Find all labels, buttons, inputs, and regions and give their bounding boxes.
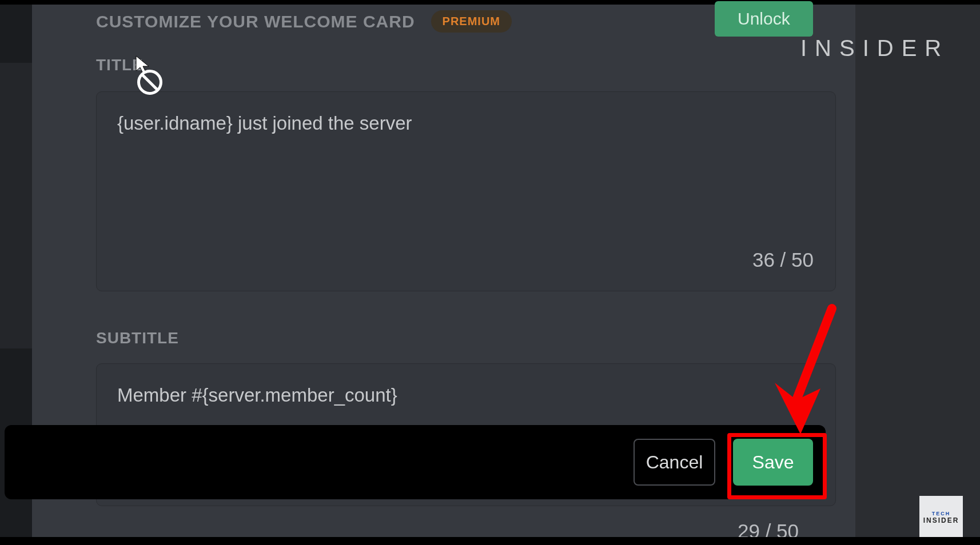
title-label: Title bbox=[96, 56, 144, 74]
save-changes-bar: Cancel Save bbox=[5, 425, 826, 499]
right-pad bbox=[855, 5, 980, 538]
title-input-text: {user.idname} just joined the server bbox=[117, 113, 412, 134]
app-stage: Customize your welcome card Premium Unlo… bbox=[0, 0, 980, 545]
subtitle-input-text: Member #{server.member_count} bbox=[117, 384, 397, 406]
unlock-button[interactable]: Unlock bbox=[715, 1, 813, 37]
logo-line2: INSIDER bbox=[923, 516, 959, 524]
logo-line1: TECH bbox=[932, 511, 951, 516]
panel-title: Customize your welcome card bbox=[96, 12, 415, 31]
tech-insider-logo: TECH INSIDER bbox=[919, 496, 963, 539]
save-button[interactable]: Save bbox=[733, 439, 813, 486]
title-char-counter: 36 / 50 bbox=[752, 249, 814, 271]
subtitle-label: Subtitle bbox=[96, 329, 179, 347]
panel-header: Customize your welcome card Premium bbox=[96, 10, 512, 33]
title-input[interactable]: {user.idname} just joined the server 36 … bbox=[96, 91, 836, 291]
window-topbar bbox=[0, 0, 980, 5]
window-bottombar bbox=[0, 537, 980, 545]
premium-badge: Premium bbox=[431, 10, 512, 33]
insider-watermark: INSIDER bbox=[800, 35, 949, 61]
cancel-button[interactable]: Cancel bbox=[634, 439, 715, 486]
left-gutter bbox=[0, 63, 32, 348]
